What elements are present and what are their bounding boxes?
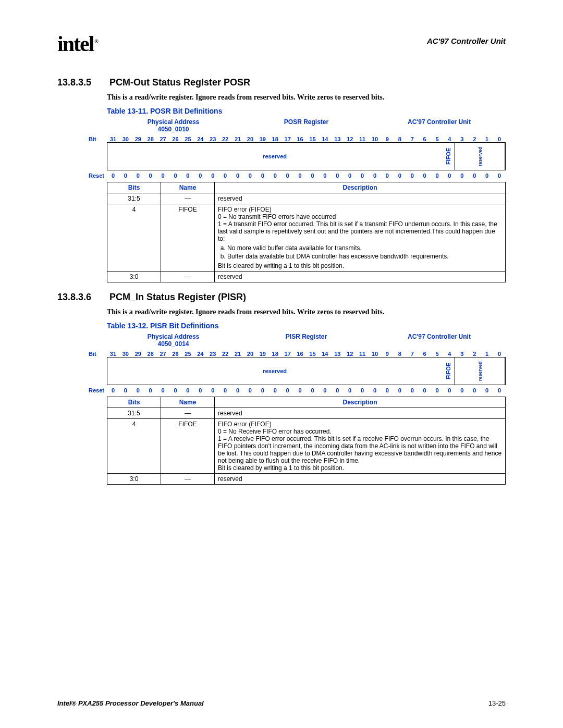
bit-cell: 7 — [406, 351, 419, 357]
bit-cell: 0 — [157, 387, 169, 393]
td-bits: 3:0 — [107, 272, 161, 282]
bit-cell: 1 — [481, 351, 493, 357]
bit-cell: 0 — [443, 387, 456, 393]
bit-cell: 0 — [269, 172, 282, 179]
bit-cell: 0 — [269, 387, 282, 393]
bit-cell: 0 — [157, 172, 169, 179]
table-row: 4 FIFOE FIFO error (FIFOE) 0 = No transm… — [107, 204, 506, 272]
table-row: 31:5 — reserved — [107, 193, 506, 204]
bit-cell: 15 — [307, 136, 319, 142]
bit-cell: 0 — [294, 387, 307, 393]
list-item: Buffer data available but DMA controller… — [227, 253, 502, 260]
register-header-row: Physical Address 4050_0010 POSR Register… — [107, 118, 506, 133]
table-caption-posr: Table 13-11. POSR Bit Definitions — [107, 107, 506, 115]
table-header-row: Bits Name Description — [107, 397, 506, 408]
layout-row-posr: reserved FIFOE reserved — [107, 142, 506, 170]
register-name: PISR Register — [240, 333, 373, 348]
bit-cell: 28 — [144, 351, 157, 357]
bit-cell: 0 — [381, 387, 394, 393]
bit-cell: 0 — [319, 172, 331, 179]
bit-cell: 5 — [431, 136, 444, 142]
bit-cell: 17 — [282, 351, 294, 357]
td-desc: reserved — [215, 408, 506, 419]
bit-cell: 0 — [493, 351, 506, 357]
bit-cell: 0 — [369, 387, 381, 393]
td-bits: 3:0 — [107, 474, 161, 485]
bit-cell: 27 — [157, 136, 169, 142]
bit-cell: 0 — [356, 387, 369, 393]
bit-cell: 16 — [294, 351, 307, 357]
th-desc: Description — [215, 397, 506, 408]
layout-reserved-narrow: reserved — [455, 143, 505, 170]
section-title: PCM-Out Status Register POSR — [109, 77, 250, 88]
td-name: FIFOE — [161, 204, 215, 272]
bit-cell: 0 — [256, 387, 269, 393]
bit-cell: 0 — [244, 172, 256, 179]
desc-line0: 0 = No transmit FIFO errors have occurre… — [218, 213, 502, 220]
bit-cell: 26 — [169, 136, 182, 142]
unit-name: AC'97 Controller Unit — [373, 118, 506, 133]
bit-cell: 0 — [144, 172, 157, 179]
section-title: PCM_In Status Register (PISR) — [109, 292, 246, 302]
bit-cell: 26 — [169, 351, 182, 357]
bit-cell: 24 — [194, 136, 206, 142]
bit-cell: 0 — [107, 387, 119, 393]
section-heading-posr: 13.8.3.5 PCM-Out Status Register POSR — [57, 77, 506, 88]
page-footer: Intel® PXA255 Processor Developer's Manu… — [57, 699, 506, 707]
bit-cell: 0 — [294, 172, 307, 179]
td-name: — — [161, 193, 215, 204]
bit-cell: 11 — [356, 136, 369, 142]
layout-reserved-wide: reserved — [107, 143, 442, 170]
bit-cell: 0 — [282, 172, 294, 179]
bit-cell: 0 — [307, 387, 319, 393]
phys-addr: Physical Address 4050_0014 — [107, 333, 240, 348]
bit-cell: 15 — [307, 351, 319, 357]
section-number: 13.8.3.5 — [57, 77, 107, 88]
bit-cell: 0 — [181, 172, 194, 179]
bit-cell: 20 — [244, 351, 256, 357]
reset-row-pisr: Reset 00000000000000000000000000000000 — [89, 387, 506, 393]
td-name: — — [161, 408, 215, 419]
bit-cell: 18 — [269, 351, 282, 357]
th-bits: Bits — [107, 397, 161, 408]
register-name: POSR Register — [240, 118, 373, 133]
bit-cell: 0 — [456, 172, 468, 179]
bit-cell: 0 — [331, 172, 344, 179]
bit-cell: 0 — [419, 172, 431, 179]
bit-cell: 17 — [282, 136, 294, 142]
bit-cell: 0 — [419, 387, 431, 393]
bit-cell: 31 — [107, 136, 119, 142]
desc-clear: Bit is cleared by writing a 1 to this bi… — [218, 464, 502, 472]
bit-label: Bit — [89, 351, 107, 357]
bit-cell: 0 — [144, 387, 157, 393]
table-row: 31:5 — reserved — [107, 408, 506, 419]
reset-label: Reset — [89, 387, 107, 393]
td-name: FIFOE — [161, 419, 215, 474]
bit-cell: 0 — [431, 172, 444, 179]
unit-name: AC'97 Controller Unit — [373, 333, 506, 348]
bit-cell: 2 — [468, 351, 481, 357]
list-item: No more valid buffer data available for … — [227, 244, 502, 252]
td-bits: 31:5 — [107, 408, 161, 419]
layout-row-pisr: reserved FIFOE reserved — [107, 357, 506, 385]
bit-cell: 12 — [344, 136, 356, 142]
bit-cell: 30 — [119, 136, 132, 142]
bit-cell: 0 — [406, 172, 419, 179]
bit-cell: 0 — [369, 172, 381, 179]
bit-cell: 29 — [132, 136, 144, 142]
td-desc: reserved — [215, 474, 506, 485]
bit-cell: 0 — [169, 172, 182, 179]
bit-cell: 0 — [256, 172, 269, 179]
bit-cell: 27 — [157, 351, 169, 357]
phys-addr-value: 4050_0010 — [107, 126, 240, 133]
bit-cell: 0 — [431, 387, 444, 393]
bit-cell: 14 — [319, 351, 331, 357]
bit-cell: 13 — [331, 351, 344, 357]
register-header-row: Physical Address 4050_0014 PISR Register… — [107, 333, 506, 348]
bit-cell: 11 — [356, 351, 369, 357]
page: intel® AC'97 Controller Unit 13.8.3.5 PC… — [0, 0, 563, 728]
section-number: 13.8.3.6 — [57, 292, 107, 303]
bit-cell: 0 — [394, 387, 406, 393]
th-desc: Description — [215, 182, 506, 193]
td-name: — — [161, 474, 215, 485]
